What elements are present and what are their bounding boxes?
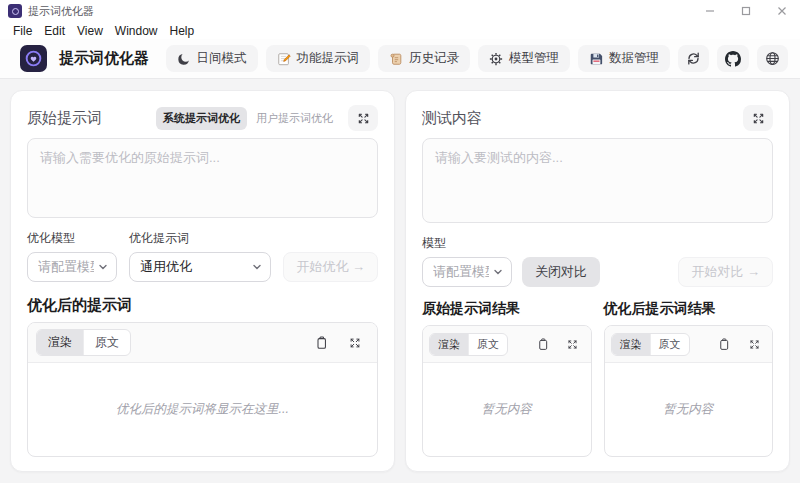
chevron-down-icon (98, 262, 108, 272)
tab-user-prompt-optimize[interactable]: 用户提示词优化 (249, 107, 340, 130)
optimize-template-field: 优化提示词 通用优化 (129, 230, 271, 282)
original-result-placeholder: 暂无内容 (423, 363, 591, 456)
minimize-icon[interactable] (692, 0, 728, 22)
tab-render[interactable]: 渲染 (37, 330, 83, 355)
test-model-field: 模型 请配置模型 (422, 235, 512, 287)
tab-render[interactable]: 渲染 (430, 334, 468, 355)
copy-icon (315, 336, 328, 350)
chevron-down-icon (252, 262, 262, 272)
original-result-box: 渲染 原文 暂无内容 (422, 325, 592, 457)
optimized-prompt-placeholder: 优化后的提示词将显示在这里... (28, 363, 377, 456)
copy-button[interactable] (307, 331, 335, 355)
expand-icon (349, 337, 361, 349)
menu-view[interactable]: View (71, 24, 109, 38)
history-button[interactable]: 历史记录 (378, 45, 470, 72)
expand-icon (749, 339, 760, 350)
gear-icon (489, 52, 503, 66)
memo-icon (277, 52, 291, 66)
original-prompt-title: 原始提示词 (27, 109, 148, 128)
original-prompt-input[interactable] (27, 138, 378, 218)
optimized-result-placeholder: 暂无内容 (605, 363, 773, 456)
optimize-template-label: 优化提示词 (129, 230, 271, 247)
optimized-prompt-output: 渲染 原文 优化后的提示词将显示在这里... (27, 322, 378, 457)
menu-edit[interactable]: Edit (38, 24, 71, 38)
menu-file[interactable]: File (7, 24, 38, 38)
language-button[interactable] (757, 45, 788, 72)
maximize-icon[interactable] (728, 0, 764, 22)
floppy-disk-icon (589, 52, 603, 66)
test-model-select[interactable]: 请配置模型 (422, 257, 512, 287)
model-manager-button[interactable]: 模型管理 (478, 45, 570, 72)
test-panel: 测试内容 模型 请配置模型 关闭对比 开始对比 → 原始提示词结果 (405, 90, 790, 472)
expand-original-button[interactable] (348, 105, 378, 131)
app-logo-icon (20, 45, 47, 72)
test-content-title: 测试内容 (422, 109, 735, 128)
main-content: 原始提示词 系统提示词优化 用户提示词优化 优化模型 请配置模型 优化提示词 (0, 79, 800, 483)
close-icon[interactable] (764, 0, 800, 22)
tab-source[interactable]: 原文 (83, 330, 130, 355)
moon-icon (177, 52, 191, 66)
expand-result-button[interactable] (561, 332, 585, 356)
render-source-tabs: 渲染 原文 (429, 333, 508, 356)
original-prompt-panel: 原始提示词 系统提示词优化 用户提示词优化 优化模型 请配置模型 优化提示词 (10, 90, 395, 472)
menu-window[interactable]: Window (109, 24, 164, 38)
optimize-model-label: 优化模型 (27, 230, 117, 247)
menu-help[interactable]: Help (164, 24, 201, 38)
expand-result-button[interactable] (742, 332, 766, 356)
copy-icon (537, 338, 549, 351)
test-model-label: 模型 (422, 235, 512, 252)
optimized-result-title: 优化后提示词结果 (604, 300, 774, 318)
expand-icon (357, 112, 370, 125)
copy-button[interactable] (531, 332, 555, 356)
optimize-model-field: 优化模型 请配置模型 (27, 230, 117, 282)
data-manager-button[interactable]: 数据管理 (578, 45, 670, 72)
globe-icon (765, 51, 780, 66)
original-result-title: 原始提示词结果 (422, 300, 592, 318)
theme-toggle-button[interactable]: 日间模式 (166, 45, 258, 72)
expand-icon (567, 339, 578, 350)
page-title: 提示词优化器 (59, 49, 158, 68)
optimized-prompt-title: 优化后的提示词 (27, 296, 378, 315)
compare-toggle-button[interactable]: 关闭对比 (522, 257, 600, 287)
github-icon (725, 51, 741, 67)
render-source-tabs: 渲染 原文 (36, 329, 131, 356)
expand-test-button[interactable] (743, 105, 773, 131)
scroll-icon (389, 52, 403, 66)
copy-icon (718, 338, 730, 351)
optimize-model-select[interactable]: 请配置模型 (27, 252, 117, 282)
refresh-button[interactable] (678, 45, 709, 72)
optimized-result-column: 优化后提示词结果 渲染 原文 (604, 300, 774, 457)
github-button[interactable] (717, 45, 749, 72)
optimize-mode-tabs: 系统提示词优化 用户提示词优化 (156, 107, 340, 130)
tab-render[interactable]: 渲染 (612, 334, 650, 355)
expand-result-button[interactable] (341, 331, 369, 355)
test-content-input[interactable] (422, 138, 773, 223)
copy-button[interactable] (712, 332, 736, 356)
chevron-down-icon (493, 267, 503, 277)
app-icon-small (8, 4, 22, 18)
os-titlebar: 提示词优化器 (0, 0, 800, 22)
original-result-column: 原始提示词结果 渲染 原文 (422, 300, 592, 457)
render-source-tabs: 渲染 原文 (611, 333, 690, 356)
start-compare-button[interactable]: 开始对比 → (678, 257, 773, 287)
optimized-result-box: 渲染 原文 暂无内容 (604, 325, 774, 457)
tab-source[interactable]: 原文 (468, 334, 507, 355)
tab-source[interactable]: 原文 (650, 334, 689, 355)
refresh-icon (686, 51, 701, 66)
menu-bar: File Edit View Window Help (0, 22, 800, 39)
optimize-template-select[interactable]: 通用优化 (129, 252, 271, 282)
function-prompts-button[interactable]: 功能提示词 (266, 45, 371, 72)
compare-results: 原始提示词结果 渲染 原文 (422, 300, 773, 457)
expand-icon (752, 112, 765, 125)
start-optimize-button[interactable]: 开始优化 → (283, 252, 378, 282)
window-title: 提示词优化器 (28, 4, 692, 19)
tab-system-prompt-optimize[interactable]: 系统提示词优化 (156, 107, 247, 130)
app-header: 提示词优化器 日间模式 功能提示词 历史记录 模型管理 数据管理 (0, 39, 800, 79)
